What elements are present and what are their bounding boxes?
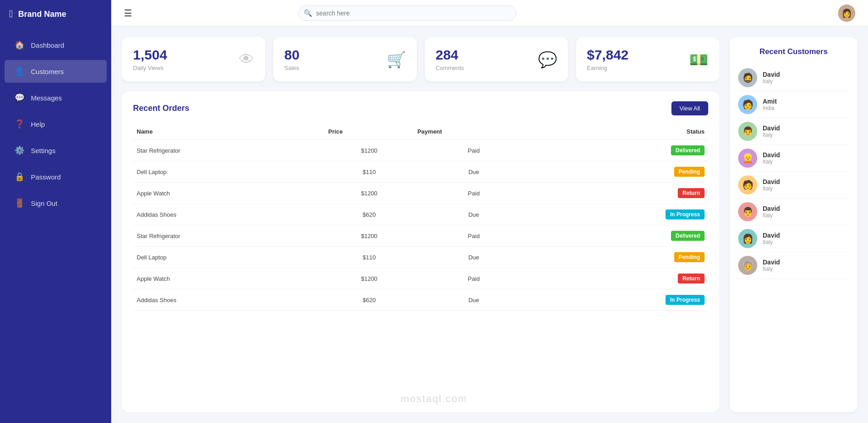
messages-icon: 💬: [15, 93, 25, 103]
view-all-button[interactable]: View All: [671, 101, 708, 115]
order-price: $1200: [325, 225, 414, 247]
customer-name: David: [763, 124, 780, 132]
table-row: Addidas Shoes $620 Due In Progress: [133, 289, 708, 311]
customer-avatar: 👩: [738, 229, 757, 248]
sidebar-item-settings[interactable]: ⚙️ Settings: [5, 139, 107, 162]
stat-icon-views: 👁: [239, 50, 254, 68]
stat-card-earning: $7,842 Earning 💵: [576, 37, 719, 81]
sidebar-item-password[interactable]: 🔒 Password: [5, 165, 107, 188]
search-icon: 🔍: [304, 9, 312, 17]
left-panel: 1,504 Daily Views 👁 80 Sales 🛒 284 Comme…: [122, 37, 719, 412]
table-row: Star Refrigerator $1200 Paid Delivered: [133, 225, 708, 247]
order-price: $110: [325, 247, 414, 268]
order-price: $110: [325, 161, 414, 183]
customer-location: Italy: [763, 212, 780, 219]
stat-number: 80: [284, 47, 299, 63]
sidebar-item-dashboard[interactable]: 🏠 Dashboard: [5, 34, 107, 56]
sidebar-item-label: Help: [31, 120, 45, 128]
sidebar-item-label: Sign Out: [31, 199, 57, 207]
content-area: 1,504 Daily Views 👁 80 Sales 🛒 284 Comme…: [111, 26, 868, 423]
orders-col-status: Status: [534, 124, 708, 140]
stats-row: 1,504 Daily Views 👁 80 Sales 🛒 284 Comme…: [122, 37, 719, 81]
order-name: Dell Laptop: [133, 247, 325, 268]
sidebar-item-signout[interactable]: 🚪 Sign Out: [5, 192, 107, 214]
stat-info: 80 Sales: [284, 47, 299, 71]
sidebar-item-label: Messages: [31, 94, 62, 102]
stat-number: 284: [436, 47, 464, 63]
customer-name: David: [763, 205, 780, 212]
recent-customers-title: Recent Customers: [738, 47, 849, 56]
list-item[interactable]: 👱 David Italy: [738, 145, 849, 172]
search-input[interactable]: [298, 5, 516, 21]
sidebar-item-label: Settings: [31, 147, 55, 154]
order-payment: Paid: [414, 183, 533, 204]
orders-table: NamePricePaymentStatus Star Refrigerator…: [133, 124, 708, 311]
dashboard-icon: 🏠: [15, 40, 25, 50]
orders-header: Recent Orders View All: [133, 101, 708, 115]
password-icon: 🔒: [15, 172, 25, 182]
order-name: Star Refrigerator: [133, 140, 325, 161]
order-status: In Progress: [534, 289, 708, 311]
order-payment: Paid: [414, 225, 533, 247]
list-item[interactable]: 👨 David Italy: [738, 199, 849, 225]
status-badge: Pending: [674, 167, 705, 177]
order-price: $1200: [325, 268, 414, 289]
status-badge: Pending: [674, 252, 705, 262]
customer-location: Italy: [763, 78, 780, 85]
customer-info: David Italy: [763, 232, 780, 245]
table-row: Apple Watch $1200 Paid Return: [133, 183, 708, 204]
order-name: Addidas Shoes: [133, 204, 325, 225]
customer-avatar: 👨: [738, 202, 757, 221]
sidebar-item-messages[interactable]: 💬 Messages: [5, 86, 107, 109]
hamburger-icon[interactable]: ☰: [124, 8, 132, 19]
customer-name: David: [763, 151, 780, 159]
stat-card-comments: 284 Comments 💬: [425, 37, 568, 81]
stat-number: 1,504: [133, 47, 167, 63]
order-price: $1200: [325, 140, 414, 161]
customer-name: David: [763, 232, 780, 239]
order-status: Pending: [534, 247, 708, 268]
list-item[interactable]: 🧔 David Italy: [738, 65, 849, 91]
order-status: Return: [534, 268, 708, 289]
order-status: Delivered: [534, 140, 708, 161]
right-panel: Recent Customers 🧔 David Italy 🧑 Amit In…: [730, 37, 857, 412]
orders-col-payment: Payment: [414, 124, 533, 140]
customer-avatar: 🧑: [738, 95, 757, 114]
stat-label: Daily Views: [133, 65, 167, 71]
list-item[interactable]: 👩 David Italy: [738, 225, 849, 252]
customer-name: David: [763, 259, 780, 266]
stat-icon-comments: 💬: [538, 50, 557, 69]
stat-label: Earning: [587, 65, 629, 71]
user-avatar[interactable]: 👩: [838, 5, 855, 22]
customer-avatar: 🧓: [738, 256, 757, 275]
list-item[interactable]: 🧑 Amit India: [738, 91, 849, 118]
customer-info: David Italy: [763, 259, 780, 272]
order-name: Dell Laptop: [133, 161, 325, 183]
stat-label: Sales: [284, 65, 299, 71]
customer-info: David Italy: [763, 71, 780, 85]
status-badge: Return: [678, 188, 705, 198]
customer-avatar: 👱: [738, 149, 757, 168]
order-status: In Progress: [534, 204, 708, 225]
list-item[interactable]: 👨 David Italy: [738, 118, 849, 145]
customer-info: David Italy: [763, 124, 780, 138]
customer-location: Italy: [763, 159, 780, 165]
list-item[interactable]: 🧓 David Italy: [738, 252, 849, 279]
sidebar-item-customers[interactable]: 👤 Customers: [5, 60, 107, 83]
order-price: $620: [325, 289, 414, 311]
main-area: ☰ 🔍 👩 1,504 Daily Views 👁 80 Sales 🛒 284…: [111, 0, 868, 423]
customer-location: Italy: [763, 132, 780, 138]
customers-icon: 👤: [15, 66, 25, 76]
stat-number: $7,842: [587, 47, 629, 63]
customer-name: David: [763, 178, 780, 185]
order-status: Pending: [534, 161, 708, 183]
customer-avatar: 👨: [738, 122, 757, 141]
order-payment: Due: [414, 247, 533, 268]
order-name: Star Refrigerator: [133, 225, 325, 247]
sidebar-item-help[interactable]: ❓ Help: [5, 113, 107, 135]
list-item[interactable]: 🧑 David Italy: [738, 172, 849, 199]
topbar: ☰ 🔍 👩: [111, 0, 868, 26]
apple-icon: : [9, 8, 13, 20]
table-row: Apple Watch $1200 Paid Return: [133, 268, 708, 289]
stat-icon-sales: 🛒: [387, 50, 406, 69]
